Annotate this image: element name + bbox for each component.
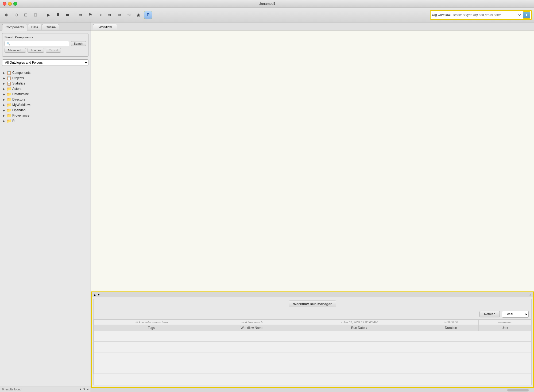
sources-btn[interactable]: Sources: [28, 48, 44, 53]
run-table: click to enter search term workflow sear…: [94, 320, 531, 374]
tree-item-directors[interactable]: ▶ 📁 Directors: [0, 97, 91, 102]
doc-icon-components: 📋: [6, 71, 11, 75]
filter-workflow[interactable]: workflow search: [209, 320, 295, 325]
cancel-btn[interactable]: Cancel: [46, 48, 61, 53]
scrollbar-thumb[interactable]: [507, 389, 529, 391]
pause-btn[interactable]: ⏸: [54, 11, 62, 19]
advanced-btn[interactable]: Advanced...: [5, 48, 26, 53]
p-icon: P: [147, 13, 150, 17]
chevron-right-icon-provenance: ▶: [2, 114, 6, 117]
tree-item-r[interactable]: ▶ 📁 R: [0, 118, 91, 124]
left-panel: Components Data Outline Search Component…: [0, 22, 91, 392]
tree-label-opendap: Opendap: [12, 108, 25, 112]
chevron-right-icon-projects: ▶: [2, 76, 6, 80]
run-manager-resize-bar[interactable]: ▲ ▼ ▲: [92, 292, 533, 297]
zoom-in-btn[interactable]: ⊕: [2, 11, 11, 19]
step-fwd-btn[interactable]: ➡: [76, 11, 85, 19]
col-workflow-name[interactable]: Workflow Name: [209, 325, 295, 331]
chevron-right-icon-directors: ▶: [2, 98, 6, 101]
run-table-wrap[interactable]: click to enter search term workflow sear…: [94, 320, 531, 385]
filter-tags[interactable]: click to enter search term: [94, 320, 209, 325]
tag-t-btn[interactable]: T: [523, 11, 530, 19]
toolbar: ⊕ ⊖ ⊞ ⊟ ▶ ⏸ ⏹ ➡ ⚑ ➜ ⇒ ⇛ ⇝ ◉ P Tag workfl…: [0, 7, 534, 22]
tree-label-dataturbine: Dataturbine: [12, 92, 29, 96]
search-input-wrap: 🔍: [5, 41, 69, 46]
zoom-out-btn[interactable]: ⊖: [12, 11, 20, 19]
stop-btn[interactable]: ⏹: [63, 11, 72, 19]
chevron-right-icon-actors: ▶: [2, 87, 6, 91]
horizontal-scrollbar[interactable]: [91, 388, 534, 392]
window-controls[interactable]: [3, 2, 17, 6]
location-select[interactable]: Local Remote: [502, 311, 529, 318]
down-arrow-icon[interactable]: ▼: [97, 293, 100, 296]
folder-icon-dataturbine: 📁: [6, 92, 11, 96]
play-btn[interactable]: ▶: [44, 11, 53, 19]
workflow-tab[interactable]: Workflow: [93, 24, 117, 30]
chevron-right-icon-statistics: ▶: [2, 82, 6, 85]
search-options-row: Advanced... Sources Cancel: [5, 48, 86, 53]
tree-label-components: Components: [12, 71, 30, 75]
down-arrow-icon[interactable]: ▼: [83, 387, 86, 391]
folder-icon-r: 📁: [6, 119, 11, 123]
up-arrow-icon[interactable]: ▲: [79, 387, 82, 391]
col-duration[interactable]: Duration: [423, 325, 479, 331]
tree-area[interactable]: ▶ 📋 Components ▶ 📋 Projects ▶ 📋 Statisti…: [0, 69, 91, 386]
tree-item-actors[interactable]: ▶ 📁 Actors: [0, 86, 91, 91]
tree-item-statistics[interactable]: ▶ 📋 Statistics: [0, 81, 91, 86]
skip-fwd-btn[interactable]: ⇛: [115, 11, 123, 19]
filter-date[interactable]: > Jan 01, 2004 12:00:00 AM: [295, 320, 423, 325]
tab-data[interactable]: Data: [28, 24, 41, 30]
empty-row-3: [94, 352, 531, 363]
tree-item-opendap[interactable]: ▶ 📁 Opendap: [0, 107, 91, 113]
chevron-right-icon: ▶: [2, 71, 6, 75]
resize-handle[interactable]: ◂: [87, 387, 88, 391]
maximize-btn[interactable]: [13, 2, 17, 6]
flag-btn[interactable]: ⚑: [86, 11, 95, 19]
zoom-fit-btn[interactable]: ⊞: [21, 11, 30, 19]
col-tags[interactable]: Tags: [94, 325, 209, 331]
folder-icon-actors: 📁: [6, 87, 11, 91]
bullet-btn[interactable]: ◉: [134, 11, 143, 19]
tree-item-projects[interactable]: ▶ 📋 Projects: [0, 75, 91, 81]
tree-label-projects: Projects: [12, 76, 24, 80]
tag-workflow-area: Tag workflow: select or type tag and pre…: [430, 10, 532, 20]
up-arrow-icon[interactable]: ▲: [93, 293, 96, 296]
ontology-select[interactable]: All Ontologies and Folders: [2, 59, 88, 66]
tab-outline[interactable]: Outline: [42, 24, 59, 30]
search-input[interactable]: [11, 42, 67, 45]
search-btn[interactable]: Search: [71, 41, 86, 46]
refresh-button[interactable]: Refresh: [479, 311, 500, 317]
title-bar: Unnamed1: [0, 0, 534, 7]
workflow-canvas[interactable]: [91, 30, 534, 291]
filter-user[interactable]: username: [479, 320, 531, 325]
close-btn[interactable]: [3, 2, 6, 6]
empty-row-2: [94, 342, 531, 352]
col-user[interactable]: User: [479, 325, 531, 331]
tab-components[interactable]: Components: [2, 24, 27, 30]
arrow-right-btn[interactable]: ➜: [96, 11, 104, 19]
left-tabs: Components Data Outline: [0, 22, 91, 30]
tag-workflow-label: Tag workflow:: [432, 13, 451, 17]
results-status: 0 results found.: [2, 388, 22, 391]
tree-item-provenance[interactable]: ▶ 📁 Provenance: [0, 113, 91, 118]
tag-workflow-select[interactable]: select or type tag and press enter: [452, 13, 522, 17]
left-status-bar: 0 results found. ▲ ▼ ◂: [0, 386, 91, 392]
tree-item-myworkflows[interactable]: ▶ 📁 MyWorkflows: [0, 102, 91, 107]
separator-1: [42, 11, 42, 19]
tree-item-components[interactable]: ▶ 📋 Components: [0, 70, 91, 75]
filter-duration[interactable]: > 00:00:00: [423, 320, 479, 325]
run-manager-inner: Workflow Run Manager Refresh Local Remot…: [93, 299, 532, 385]
minimize-btn[interactable]: [8, 2, 12, 6]
tree-item-dataturbine[interactable]: ▶ 📁 Dataturbine: [0, 91, 91, 97]
filter-row[interactable]: click to enter search term workflow sear…: [94, 320, 531, 325]
folder-icon-myworkflows: 📁: [6, 103, 11, 107]
run-manager-section: ▲ ▼ ▲ Workflow Run Manager Refresh Local…: [91, 291, 534, 388]
col-run-date[interactable]: Run Date ↓: [295, 325, 423, 331]
skip-all-btn[interactable]: ⇝: [125, 11, 133, 19]
zoom-reset-btn[interactable]: ⊟: [31, 11, 40, 19]
p-btn[interactable]: P: [144, 11, 152, 19]
doc-icon-statistics: 📋: [6, 81, 11, 86]
window-title: Unnamed1: [258, 2, 276, 6]
column-header-row: Tags Workflow Name Run Date ↓ Duration U…: [94, 325, 531, 331]
fast-fwd-btn[interactable]: ⇒: [105, 11, 114, 19]
